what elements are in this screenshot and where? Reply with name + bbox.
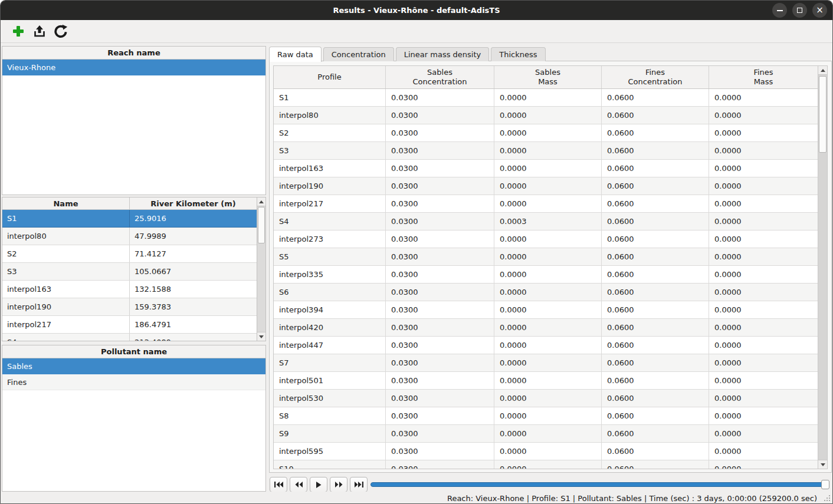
- data-row-interpol420[interactable]: interpol4200.03000.00000.06000.0000: [274, 319, 818, 337]
- data-row-s9[interactable]: S90.03000.00000.06000.0000: [274, 425, 818, 443]
- data-cell: 0.0300: [386, 407, 494, 424]
- data-row-s10[interactable]: S100.03000.00000.06000.0000: [274, 460, 818, 469]
- reach-row-vieux-rhone[interactable]: Vieux-Rhone: [2, 60, 265, 75]
- pollutant-row-sables[interactable]: Sables: [2, 358, 265, 374]
- tab-linear-mass-density[interactable]: Linear mass density: [396, 47, 490, 61]
- data-row-interpol273[interactable]: interpol2730.03000.00000.06000.0000: [274, 230, 818, 248]
- seek-backward-button[interactable]: [290, 477, 307, 492]
- scroll-down-icon[interactable]: [818, 460, 827, 469]
- data-row-interpol80[interactable]: interpol800.03000.00000.06000.0000: [274, 107, 818, 124]
- data-row-interpol447[interactable]: interpol4470.03000.00000.06000.0000: [274, 337, 818, 354]
- data-cell: 0.0000: [709, 460, 818, 469]
- data-cell: 0.0000: [494, 354, 602, 371]
- data-table-scrollbar-thumb[interactable]: [819, 76, 827, 153]
- data-row-s3[interactable]: S30.03000.00000.06000.0000: [274, 142, 818, 160]
- data-cell: 0.0600: [602, 443, 709, 460]
- skip-to-start-button[interactable]: [270, 477, 287, 492]
- scroll-up-icon[interactable]: [257, 197, 265, 206]
- data-column-header-fines-concentration[interactable]: Fines Concentration: [602, 66, 709, 88]
- window-title: Results - Vieux-Rhône - default-AdisTS: [333, 6, 500, 15]
- close-button[interactable]: ×: [812, 3, 827, 18]
- tab-thickness[interactable]: Thickness: [491, 47, 545, 61]
- skip-to-end-button[interactable]: [350, 477, 368, 492]
- data-column-header-sables-concentration[interactable]: Sables Concentration: [386, 66, 494, 88]
- profile-row-interpol80[interactable]: interpol8047.9989: [2, 228, 257, 245]
- data-cell: 0.0600: [602, 142, 709, 159]
- data-row-interpol335[interactable]: interpol3350.03000.00000.06000.0000: [274, 266, 818, 284]
- column-header-river-kilometer[interactable]: River Kilometer (m): [130, 197, 257, 209]
- profile-name-cell: interpol163: [2, 281, 130, 298]
- data-column-header-fines-mass[interactable]: Fines Mass: [709, 66, 818, 88]
- titlebar: Results - Vieux-Rhône - default-AdisTS ×: [1, 1, 832, 20]
- profiles-scrollbar[interactable]: [257, 197, 265, 341]
- data-cell: 0.0000: [709, 266, 818, 283]
- data-cell: 0.0000: [494, 266, 602, 283]
- data-column-header-profile[interactable]: Profile: [274, 66, 386, 88]
- data-cell: 0.0300: [386, 230, 494, 248]
- data-table-scrollbar[interactable]: [818, 66, 827, 469]
- data-row-interpol530[interactable]: interpol5300.03000.00000.06000.0000: [274, 390, 818, 407]
- data-column-header-sables-mass[interactable]: Sables Mass: [494, 66, 602, 88]
- data-cell: 0.0300: [386, 124, 494, 141]
- add-button[interactable]: [10, 24, 26, 39]
- scroll-down-icon[interactable]: [257, 332, 265, 341]
- data-row-interpol217[interactable]: interpol2170.03000.00000.06000.0000: [274, 195, 818, 213]
- data-cell: 0.0003: [494, 213, 602, 230]
- data-row-s6[interactable]: S60.03000.00000.06000.0000: [274, 284, 818, 301]
- data-row-interpol394[interactable]: interpol3940.03000.00000.06000.0000: [274, 301, 818, 319]
- data-cell: 0.0300: [386, 425, 494, 442]
- column-header-name[interactable]: Name: [2, 197, 130, 209]
- data-cell: 0.0000: [709, 443, 818, 460]
- play-button[interactable]: [310, 477, 327, 492]
- data-row-s8[interactable]: S80.03000.00000.06000.0000: [274, 407, 818, 425]
- resize-grip-icon[interactable]: [823, 494, 830, 501]
- pollutant-row-fines[interactable]: Fines: [2, 374, 265, 390]
- data-cell: interpol163: [274, 160, 386, 177]
- seek-forward-button[interactable]: [330, 477, 347, 492]
- refresh-button[interactable]: [53, 24, 68, 39]
- play-icon: [316, 482, 322, 488]
- data-cell: 0.0000: [494, 425, 602, 442]
- data-cell: 0.0600: [602, 195, 709, 212]
- data-row-s7[interactable]: S70.03000.00000.06000.0000: [274, 354, 818, 372]
- scroll-up-icon[interactable]: [818, 66, 827, 75]
- data-row-interpol595[interactable]: interpol5950.03000.00000.06000.0000: [274, 443, 818, 460]
- minimize-button[interactable]: [772, 3, 787, 18]
- profile-row-s1[interactable]: S125.9016: [2, 210, 257, 228]
- tab-raw-data[interactable]: Raw data: [269, 47, 322, 62]
- profiles-scrollbar-thumb[interactable]: [258, 207, 265, 243]
- toolbar: [1, 20, 832, 43]
- data-cell: interpol273: [274, 230, 386, 248]
- profile-row-interpol190[interactable]: interpol190159.3783: [2, 298, 257, 316]
- data-cell: 0.0300: [386, 266, 494, 283]
- data-cell: interpol394: [274, 301, 386, 318]
- profile-row-interpol163[interactable]: interpol163132.1588: [2, 281, 257, 298]
- data-row-s1[interactable]: S10.03000.00000.06000.0000: [274, 89, 818, 107]
- profile-row-s3[interactable]: S3105.0667: [2, 263, 257, 281]
- profile-name-cell: S3: [2, 263, 130, 280]
- time-slider-handle[interactable]: [821, 480, 829, 489]
- profile-row-s2[interactable]: S271.4127: [2, 245, 257, 263]
- data-row-interpol190[interactable]: interpol1900.03000.00000.06000.0000: [274, 177, 818, 195]
- profile-row-interpol217[interactable]: interpol217186.4791: [2, 316, 257, 334]
- data-cell: 0.0000: [494, 142, 602, 159]
- time-slider[interactable]: [370, 479, 829, 490]
- app-window: Results - Vieux-Rhône - default-AdisTS ×: [0, 0, 833, 504]
- data-cell: 0.0300: [386, 390, 494, 407]
- data-row-s4[interactable]: S40.03000.00030.06000.0000: [274, 213, 818, 230]
- tab-concentration[interactable]: Concentration: [323, 47, 394, 61]
- profile-rk-cell: 132.1588: [130, 281, 257, 298]
- maximize-button[interactable]: [792, 3, 807, 18]
- data-row-interpol163[interactable]: interpol1630.03000.00000.06000.0000: [274, 160, 818, 177]
- data-cell: 0.0000: [494, 407, 602, 424]
- data-row-s2[interactable]: S20.03000.00000.06000.0000: [274, 124, 818, 142]
- time-slider-track[interactable]: [370, 482, 828, 487]
- data-row-interpol501[interactable]: interpol5010.03000.00000.06000.0000: [274, 372, 818, 390]
- data-cell: 0.0600: [602, 354, 709, 371]
- data-cell: 0.0000: [709, 354, 818, 371]
- export-button[interactable]: [31, 24, 47, 39]
- data-cell: 0.0000: [494, 301, 602, 318]
- profile-row-s4[interactable]: S4213.4089: [2, 334, 257, 341]
- data-cell: interpol530: [274, 390, 386, 407]
- data-row-s5[interactable]: S50.03000.00000.06000.0000: [274, 248, 818, 266]
